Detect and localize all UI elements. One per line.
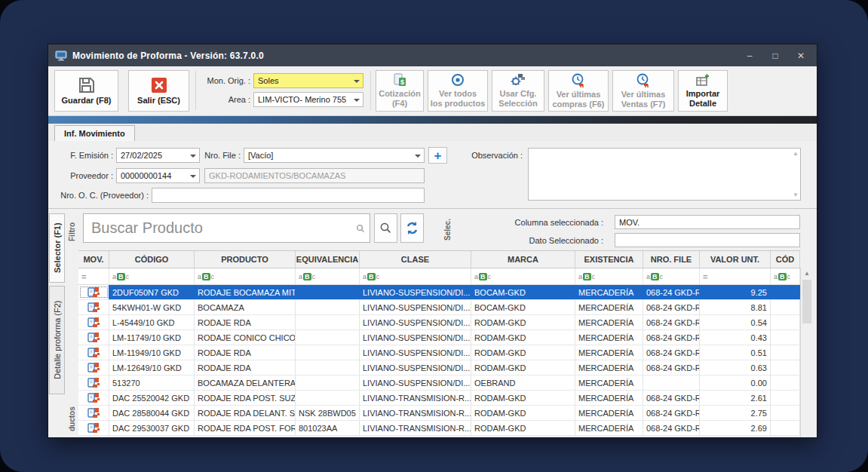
cell-nro_file: 068-24 GKD-R... bbox=[643, 345, 700, 360]
cell-producto: RODAJE RDA POST. FORD... bbox=[195, 421, 296, 435]
titlebar: Movimiento de Proforma - Versión: 63.7.0… bbox=[48, 44, 817, 66]
filter-abc-icon[interactable]: aBc bbox=[360, 268, 471, 284]
column-header[interactable]: CLASE bbox=[360, 251, 471, 268]
cell-clase: LIVIANO-SUSPENSION/DI... bbox=[360, 285, 471, 299]
ver-ventas-button[interactable]: Ver últimas Ventas (F7) bbox=[612, 70, 674, 112]
mov-icon bbox=[78, 300, 109, 314]
cell-valor: 0.63 bbox=[700, 360, 771, 375]
cell-clase: LIVIANO-SUSPENSION/DI... bbox=[360, 360, 471, 375]
column-header[interactable]: NRO. FILE bbox=[643, 251, 700, 268]
area-combo[interactable]: LIM-VICTO- Merino 755 bbox=[253, 92, 363, 107]
table-row[interactable]: DAC 25520042 GKDRODAJE RDA POST. SUZ A..… bbox=[78, 391, 800, 406]
filter-abc-icon[interactable]: aBc bbox=[296, 268, 360, 284]
table-row[interactable]: DAC 28580044 GKDRODAJE RDA DELANT. SU...… bbox=[78, 406, 800, 421]
proveedor-combo[interactable]: 00000000144 bbox=[116, 168, 200, 183]
filter-abc-icon[interactable]: aBc bbox=[471, 268, 575, 284]
ver-todos-button[interactable]: Ver todos los productos bbox=[428, 70, 488, 112]
chevron-down-icon bbox=[190, 175, 196, 178]
scrollbar-thumb[interactable] bbox=[802, 280, 811, 323]
search-button[interactable] bbox=[374, 213, 397, 243]
filtro-panel-label: Filtro bbox=[66, 216, 78, 248]
table-row[interactable]: 2DUF050N7 GKDRODAJE BOCAMAZA MITS...LIVI… bbox=[78, 285, 800, 300]
scroll-up-icon[interactable]: ▲ bbox=[793, 150, 799, 157]
nro-file-combo[interactable]: [Vacío] bbox=[244, 148, 425, 163]
table-row[interactable]: LM-11949/10 GKDRODAJE RDALIVIANO-SUSPENS… bbox=[78, 345, 800, 360]
filter-abc-icon[interactable]: aBc bbox=[109, 268, 195, 284]
table-row[interactable]: L-45449/10 GKDRODAJE RDALIVIANO-SUSPENSI… bbox=[78, 315, 800, 330]
tab-detalle-proforma-f2[interactable]: Detalle proforma (F2) bbox=[49, 286, 65, 394]
filter-abc-icon[interactable]: aBc bbox=[771, 268, 800, 284]
cell-marca: BOCAM-GKD bbox=[471, 285, 575, 299]
refresh-button[interactable] bbox=[400, 213, 424, 243]
cell-clase: LIVIANO-SUSPENSION/DI... bbox=[360, 375, 471, 390]
filter-eq-icon[interactable]: = bbox=[78, 268, 109, 284]
ver-ventas-label: Ver últimas Ventas (F7) bbox=[621, 90, 666, 109]
table-row[interactable]: 513270BOCAMAZA DELANTERA J...LIVIANO-SUS… bbox=[78, 375, 800, 391]
f-emision-value: 27/02/2025 bbox=[121, 151, 162, 160]
ver-todos-label: Ver todos los productos bbox=[431, 89, 486, 108]
cell-valor: 2.69 bbox=[700, 421, 771, 435]
app-window: Movimiento de Proforma - Versión: 63.7.0… bbox=[48, 44, 817, 437]
table-row[interactable]: DAC 29530037 GKDRODAJE RDA POST. FORD...… bbox=[78, 421, 800, 436]
table-row[interactable]: LM-12649/10 GKDRODAJE RDALIVIANO-SUSPENS… bbox=[78, 360, 800, 375]
add-file-button[interactable]: + bbox=[428, 147, 447, 164]
filter-abc-icon[interactable]: aBc bbox=[643, 268, 700, 284]
table-row[interactable]: LM-11749/10 GKDRODAJE CONICO CHICO ...LI… bbox=[78, 330, 800, 345]
scroll-down-icon[interactable]: ▼ bbox=[793, 192, 799, 198]
importar-button[interactable]: Importar Detalle bbox=[678, 70, 728, 112]
cell-existencia: MERCADERÍA bbox=[575, 406, 643, 420]
selec-panel-label: Selec. bbox=[442, 215, 453, 245]
salir-button[interactable]: Salir (ESC) bbox=[128, 70, 189, 112]
minimize-button[interactable]: – bbox=[737, 44, 762, 66]
ver-compras-label: Ver últimas compras (F6) bbox=[552, 90, 604, 109]
filter-abc-icon[interactable]: aBc bbox=[195, 268, 296, 284]
mon-orig-combo[interactable]: Soles bbox=[253, 73, 363, 88]
tab-selector-f1[interactable]: Selector (F1) bbox=[49, 213, 65, 283]
cell-codigo: 54KWH01-W GKD bbox=[109, 300, 195, 314]
cotizacion-button[interactable]: $ Cotización (F4) bbox=[376, 70, 424, 112]
cell-marca: RODAM-GKD bbox=[471, 330, 575, 345]
column-header[interactable]: PRODUCTO bbox=[195, 251, 296, 268]
column-header[interactable]: CÓDIGO bbox=[109, 251, 195, 268]
column-header[interactable]: MOV. bbox=[78, 251, 109, 268]
filter-abc-icon[interactable]: aBc bbox=[575, 268, 643, 284]
nro-file-label: Nro. File : bbox=[201, 151, 241, 160]
close-button[interactable]: ✕ bbox=[788, 44, 814, 66]
svg-text:$: $ bbox=[400, 78, 404, 86]
column-header[interactable]: VALOR UNT. bbox=[700, 251, 771, 268]
column-header[interactable]: EXISTENCIA bbox=[575, 251, 643, 268]
cell-equivalencia bbox=[296, 330, 360, 345]
area-value: LIM-VICTO- Merino 755 bbox=[258, 95, 346, 104]
maximize-button[interactable]: □ bbox=[762, 44, 788, 66]
tab-productos-partial[interactable]: ductos bbox=[66, 402, 78, 437]
nro-oc-input[interactable] bbox=[152, 188, 425, 203]
filter-eq-icon[interactable]: = bbox=[700, 268, 771, 284]
cell-codigo: 513270 bbox=[109, 375, 195, 390]
usar-cfg-button[interactable]: Usar Cfg. Selección bbox=[492, 70, 544, 112]
dato-seleccionado-input[interactable] bbox=[615, 233, 800, 247]
cell-producto: RODAJE CONICO CHICO ... bbox=[195, 330, 296, 345]
search-input[interactable] bbox=[83, 213, 370, 243]
exit-icon bbox=[151, 77, 167, 93]
observacion-textarea[interactable]: ▲ ▼ bbox=[528, 148, 801, 201]
salir-label: Salir (ESC) bbox=[137, 96, 180, 106]
scroll-up-icon[interactable]: ▲ bbox=[801, 270, 813, 277]
toolbar: Guardar (F8) Salir (ESC) Mon. Orig. : So… bbox=[48, 66, 817, 116]
column-header[interactable]: MARCA bbox=[471, 251, 575, 268]
window-title: Movimiento de Proforma - Versión: 63.7.0… bbox=[72, 51, 264, 61]
cell-nro_file: 068-24 GKD-R... bbox=[643, 300, 700, 314]
column-header[interactable]: EQUIVALENCIA bbox=[296, 251, 360, 268]
columna-seleccionada-input[interactable]: MOV. bbox=[615, 215, 800, 229]
column-header[interactable]: CÓD bbox=[771, 251, 800, 268]
guardar-button[interactable]: Guardar (F8) bbox=[54, 70, 118, 112]
cell-marca: RODAM-GKD bbox=[471, 391, 575, 405]
eye-icon bbox=[451, 73, 465, 87]
cell-marca: RODAM-GKD bbox=[471, 315, 575, 329]
tab-inf-movimiento[interactable]: Inf. Movimiento bbox=[54, 125, 135, 143]
grid-scrollbar[interactable]: ▲ bbox=[800, 268, 812, 437]
observacion-label: Observación : bbox=[462, 151, 523, 160]
f-emision-combo[interactable]: 27/02/2025 bbox=[116, 148, 200, 163]
table-row[interactable]: 54KWH01-W GKDBOCAMAZALIVIANO-SUSPENSION/… bbox=[78, 300, 800, 315]
ver-compras-button[interactable]: Ver últimas compras (F6) bbox=[548, 70, 609, 112]
cell-equivalencia bbox=[296, 375, 360, 390]
